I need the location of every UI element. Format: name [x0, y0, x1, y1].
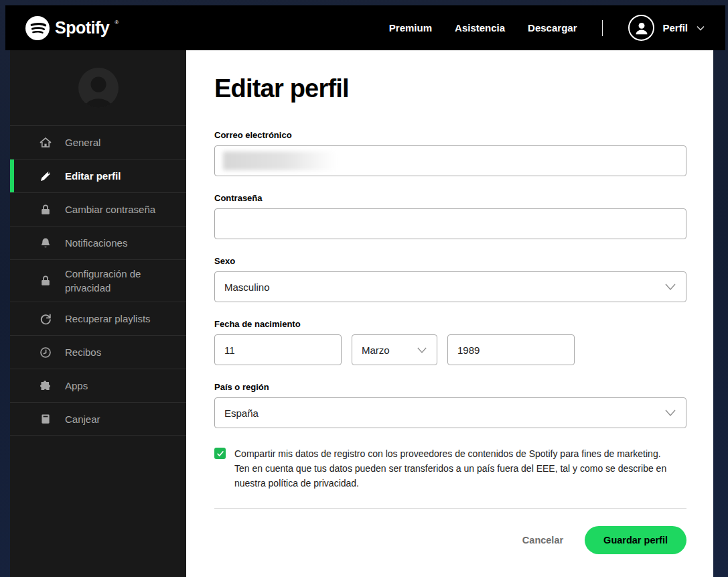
birthdate-group: Fecha de nacimiento Marzo	[214, 319, 686, 365]
country-label: País o región	[214, 382, 686, 392]
gender-label: Sexo	[214, 256, 686, 266]
birth-month-selected-value: Marzo	[362, 344, 390, 356]
clock-icon	[39, 346, 52, 359]
sidebar-item-recibos[interactable]: Recibos	[10, 335, 186, 369]
nav-divider	[602, 20, 603, 36]
nav-premium[interactable]: Premium	[389, 22, 432, 34]
marketing-consent-row: Compartir mis datos de registro con los …	[214, 446, 686, 491]
sidebar-item-label: Recibos	[65, 345, 101, 359]
sidebar-item-notificaciones[interactable]: Notificaciones	[10, 226, 186, 259]
sidebar-item-label: Recuperar playlists	[65, 312, 151, 326]
sidebar-item-configuracion-privacidad[interactable]: Configuración de privacidad	[10, 259, 186, 302]
nav-descargar[interactable]: Descargar	[528, 22, 577, 34]
sidebar-menu: General Editar perfil Cambiar contraseña	[10, 125, 186, 436]
sidebar-item-label: Notificaciones	[65, 236, 127, 250]
sidebar-item-label: Editar perfil	[65, 169, 121, 183]
footer-divider	[214, 508, 686, 509]
gender-selected-value: Masculino	[224, 281, 270, 293]
sidebar-item-label: Cambiar contraseña	[65, 202, 155, 216]
birth-day-field[interactable]	[214, 334, 342, 365]
chevron-down-icon	[417, 346, 427, 355]
nav-asistencia[interactable]: Asistencia	[455, 22, 505, 34]
settings-sidebar: General Editar perfil Cambiar contraseña	[10, 50, 186, 577]
edit-profile-panel: Editar perfil Correo electrónico Contras…	[186, 50, 713, 577]
bell-icon	[39, 237, 52, 250]
email-label: Correo electrónico	[214, 130, 686, 140]
sidebar-item-label: Configuración de privacidad	[65, 267, 165, 295]
content-area: General Editar perfil Cambiar contraseña	[10, 50, 713, 577]
gender-select[interactable]: Masculino	[214, 271, 686, 302]
sidebar-item-label: General	[65, 135, 100, 149]
profile-menu[interactable]: Perfil	[628, 15, 705, 41]
country-select[interactable]: España	[214, 397, 686, 428]
spotify-logo-icon	[25, 16, 50, 40]
sidebar-item-label: Apps	[65, 379, 88, 393]
marketing-consent-text: Compartir mis datos de registro con los …	[234, 446, 673, 491]
pencil-icon	[39, 170, 52, 183]
brand-name: Spotify	[55, 18, 109, 38]
gender-group: Sexo Masculino	[214, 256, 686, 302]
sidebar-item-general[interactable]: General	[10, 125, 186, 159]
country-group: País o región España	[214, 382, 686, 428]
email-group: Correo electrónico	[214, 130, 686, 176]
chevron-down-icon	[696, 25, 705, 31]
lock-icon	[39, 274, 52, 287]
birth-month-select[interactable]: Marzo	[352, 334, 437, 365]
refresh-icon	[39, 312, 52, 326]
page-title: Editar perfil	[214, 74, 686, 103]
brand-trademark: ®	[115, 19, 119, 25]
marketing-consent-checkbox[interactable]	[214, 448, 226, 459]
password-label: Contraseña	[214, 193, 686, 203]
profile-label: Perfil	[662, 22, 688, 34]
sidebar-item-cambiar-contrasena[interactable]: Cambiar contraseña	[10, 192, 186, 226]
account-page: Spotify ® Premium Asistencia Descargar P…	[0, 0, 728, 577]
spotify-logo[interactable]: Spotify ®	[25, 16, 119, 40]
chevron-down-icon	[664, 282, 676, 292]
checkmark-icon	[216, 450, 224, 458]
password-field[interactable]	[214, 208, 686, 239]
sidebar-item-recuperar-playlists[interactable]: Recuperar playlists	[10, 302, 186, 335]
sidebar-item-editar-perfil[interactable]: Editar perfil	[10, 159, 186, 192]
chevron-down-icon	[664, 408, 676, 418]
cancel-button[interactable]: Cancelar	[522, 535, 563, 546]
user-avatar-placeholder	[78, 68, 119, 108]
sidebar-item-apps[interactable]: Apps	[10, 369, 186, 402]
profile-avatar-icon	[628, 15, 654, 41]
card-icon	[39, 412, 52, 426]
password-group: Contraseña	[214, 193, 686, 239]
top-navigation: Premium Asistencia Descargar Perfil	[389, 15, 705, 41]
country-selected-value: España	[224, 407, 259, 419]
puzzle-icon	[39, 379, 52, 393]
topbar: Spotify ® Premium Asistencia Descargar P…	[5, 5, 725, 50]
redacted-email-value	[223, 151, 336, 170]
birthdate-label: Fecha de nacimiento	[214, 319, 686, 329]
lock-icon	[39, 203, 52, 216]
sidebar-avatar-section	[10, 50, 186, 125]
save-profile-button[interactable]: Guardar perfil	[585, 526, 686, 554]
birth-year-field[interactable]	[447, 334, 575, 365]
home-icon	[39, 136, 52, 149]
sidebar-item-canjear[interactable]: Canjear	[10, 402, 186, 436]
sidebar-item-label: Canjear	[65, 412, 100, 426]
form-actions: Cancelar Guardar perfil	[214, 526, 686, 554]
